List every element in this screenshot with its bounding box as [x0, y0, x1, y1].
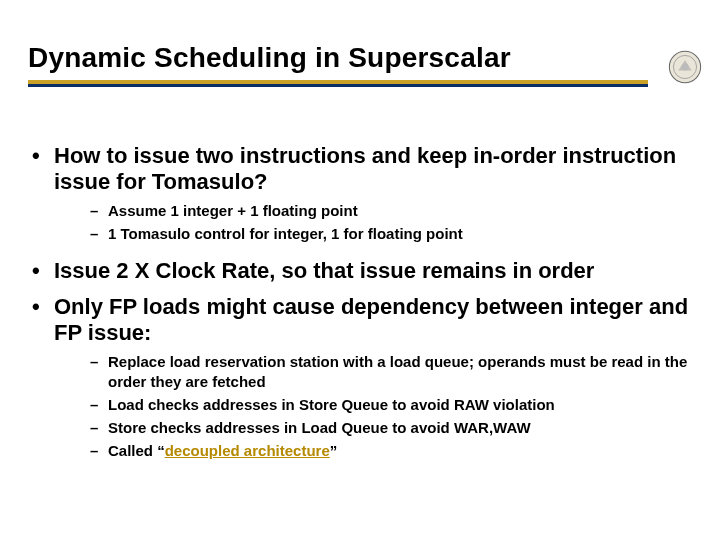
title-underline	[28, 80, 648, 87]
sub-bullet-text: Load checks addresses in Store Queue to …	[108, 395, 692, 415]
bullet-text: Issue 2 X Clock Rate, so that issue rema…	[54, 258, 692, 284]
seal-icon	[668, 50, 702, 84]
sub-bullet-text: Replace load reservation station with a …	[108, 352, 692, 392]
sub-bullet-text: Assume 1 integer + 1 floating point	[108, 201, 692, 221]
svg-point-2	[682, 64, 689, 71]
dash-marker: –	[90, 201, 108, 221]
bullet-marker: •	[32, 143, 54, 169]
sub-bullet-text: 1 Tomasulo control for integer, 1 for fl…	[108, 224, 692, 244]
bullet-text: Only FP loads might cause dependency bet…	[54, 294, 692, 346]
dash-marker: –	[90, 224, 108, 244]
bullet-marker: •	[32, 294, 54, 320]
sub-bullet-text: Called “decoupled architecture”	[108, 441, 692, 461]
slide-body: • How to issue two instructions and keep…	[28, 143, 692, 461]
sub-bullet-text: Store checks addresses in Load Queue to …	[108, 418, 692, 438]
dash-marker: –	[90, 418, 108, 438]
dash-marker: –	[90, 395, 108, 415]
bullet-marker: •	[32, 258, 54, 284]
slide-title: Dynamic Scheduling in Superscalar	[28, 42, 692, 74]
dash-marker: –	[90, 441, 108, 461]
dash-marker: –	[90, 352, 108, 372]
bullet-text: How to issue two instructions and keep i…	[54, 143, 692, 195]
